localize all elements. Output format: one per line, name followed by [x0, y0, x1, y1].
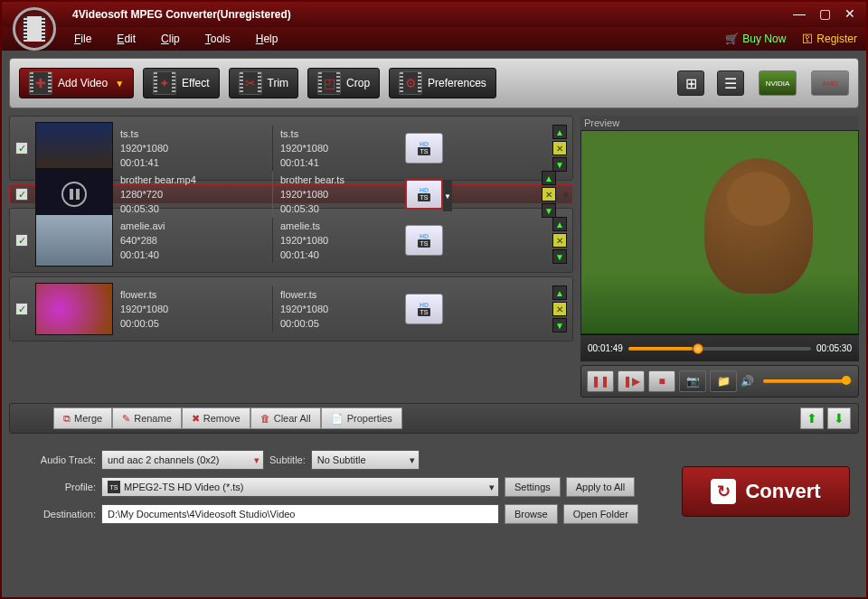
- row-down-button[interactable]: ▼: [552, 318, 567, 332]
- thumbnail-view-button[interactable]: ⊞: [677, 70, 704, 96]
- rename-button[interactable]: ✎Rename: [112, 407, 182, 429]
- row-checkbox[interactable]: ✓: [15, 188, 28, 201]
- minimize-button[interactable]: —: [790, 7, 808, 22]
- maximize-button[interactable]: ▢: [816, 7, 834, 22]
- key-icon: ⚿: [802, 33, 813, 45]
- row-remove-button[interactable]: ✕: [552, 233, 567, 248]
- buy-now-link[interactable]: 🛒Buy Now: [725, 33, 786, 45]
- format-badge[interactable]: HDTS: [405, 133, 443, 164]
- open-folder-button[interactable]: Open Folder: [563, 504, 638, 524]
- time-total: 00:05:30: [816, 343, 852, 353]
- file-name: brother bear.mp4: [120, 173, 265, 187]
- thumbnail: [35, 214, 113, 267]
- row-up-button[interactable]: ▲: [552, 125, 567, 139]
- destination-label: Destination:: [18, 509, 96, 519]
- clear-all-button[interactable]: 🗑Clear All: [250, 407, 321, 429]
- pause-button[interactable]: ❚❚: [587, 370, 614, 392]
- next-frame-button[interactable]: ❚▶: [618, 370, 645, 392]
- preferences-button[interactable]: ⚙ Preferences: [389, 68, 496, 98]
- row-down-button[interactable]: ▼: [552, 249, 567, 264]
- out-dur: 00:01:41: [280, 155, 398, 170]
- row-up-button[interactable]: ▲: [552, 285, 567, 300]
- row-down-button[interactable]: ▼: [552, 157, 567, 172]
- menu-tools[interactable]: Tools: [205, 33, 231, 45]
- merge-button[interactable]: ⧉Merge: [53, 407, 112, 429]
- file-row[interactable]: ✓ brother bear.mp4 1280*720 00:05:30 bro…: [9, 184, 573, 204]
- preview-video[interactable]: [580, 130, 859, 334]
- profile-select[interactable]: TSMPEG2-TS HD Video (*.ts): [101, 477, 499, 497]
- out-dur: 00:00:05: [280, 316, 398, 331]
- camera-icon: 📷: [686, 375, 700, 388]
- output-info: flower.ts 1920*1080 00:00:05: [280, 287, 398, 331]
- open-snapshot-folder-button[interactable]: 📁: [710, 370, 737, 392]
- progress-bar: 00:01:49 00:05:30: [580, 334, 859, 361]
- file-name: amelie.avi: [120, 219, 265, 233]
- stop-button[interactable]: ■: [648, 370, 675, 392]
- film-icon: ✂: [239, 71, 262, 95]
- out-name: flower.ts: [280, 287, 398, 302]
- apply-to-all-button[interactable]: Apply to All: [566, 477, 635, 497]
- format-badge[interactable]: HDTS: [405, 294, 443, 324]
- title-bar: 4Videosoft MPEG Converter(Unregistered) …: [2, 2, 866, 27]
- format-badge[interactable]: HDTS: [405, 225, 443, 256]
- file-dur: 00:01:41: [120, 155, 265, 170]
- out-name: ts.ts: [280, 126, 398, 141]
- register-link[interactable]: ⚿Register: [802, 33, 857, 45]
- row-remove-button[interactable]: ✕: [542, 187, 556, 201]
- row-remove-button[interactable]: ✕: [552, 141, 567, 155]
- row-up-button[interactable]: ▲: [552, 217, 567, 231]
- list-view-button[interactable]: ☰: [717, 70, 744, 96]
- bottom-panel: Audio Track: und aac 2 channels (0x2) Su…: [9, 441, 859, 533]
- app-window: 4Videosoft MPEG Converter(Unregistered) …: [0, 0, 868, 599]
- settings-button[interactable]: Settings: [505, 477, 561, 497]
- output-info: brother bear.ts 1920*1080 00:05:30: [280, 173, 398, 216]
- file-res: 1280*720: [120, 187, 265, 201]
- thumbnail: [35, 283, 113, 335]
- destination-field[interactable]: D:\My Documents\4Videosoft Studio\Video: [101, 504, 499, 524]
- convert-button[interactable]: ↻ Convert: [682, 466, 850, 517]
- file-name: ts.ts: [120, 126, 265, 141]
- subtitle-label: Subtitle:: [269, 454, 306, 465]
- properties-button[interactable]: 📄Properties: [321, 407, 402, 429]
- file-list: ✓ ts.ts 1920*1080 00:01:41 ts.ts 1920*10…: [9, 116, 573, 398]
- row-remove-button[interactable]: ✕: [552, 302, 567, 316]
- crop-button[interactable]: ◰ Crop: [307, 68, 380, 98]
- row-down-button[interactable]: ▼: [542, 203, 556, 218]
- menu-edit[interactable]: Edit: [117, 33, 136, 45]
- add-video-button[interactable]: ✚ Add Video ▼: [19, 68, 134, 98]
- browse-button[interactable]: Browse: [505, 504, 558, 524]
- volume-slider[interactable]: [763, 379, 853, 383]
- file-res: 640*288: [120, 233, 265, 248]
- move-down-button[interactable]: ⬇: [827, 407, 851, 429]
- row-checkbox[interactable]: ✓: [15, 234, 28, 247]
- close-button[interactable]: ✕: [841, 7, 859, 22]
- effect-button[interactable]: ✦ Effect: [143, 68, 219, 98]
- row-up-button[interactable]: ▲: [542, 171, 556, 185]
- snapshot-button[interactable]: 📷: [679, 370, 706, 392]
- move-up-button[interactable]: ⬆: [800, 407, 824, 429]
- row-checkbox[interactable]: ✓: [15, 303, 28, 315]
- audio-track-select[interactable]: und aac 2 channels (0x2): [101, 450, 264, 470]
- folder-icon: 📁: [717, 375, 731, 388]
- menu-clip[interactable]: Clip: [161, 33, 180, 45]
- time-current: 00:01:49: [588, 343, 623, 353]
- properties-icon: 📄: [331, 413, 344, 425]
- file-dur: 00:01:40: [120, 248, 265, 262]
- format-dropdown[interactable]: HDTS▼: [405, 179, 443, 210]
- out-res: 1920*1080: [280, 233, 398, 248]
- menu-file[interactable]: File: [74, 33, 91, 45]
- subtitle-select[interactable]: No Subtitle: [311, 450, 420, 470]
- menu-help[interactable]: Help: [256, 33, 278, 45]
- pencil-icon: ✎: [122, 413, 130, 425]
- row-checkbox[interactable]: ✓: [15, 142, 28, 154]
- ts-icon: TS: [108, 481, 120, 493]
- remove-button[interactable]: ✖Remove: [182, 407, 250, 429]
- merge-icon: ⧉: [63, 413, 71, 425]
- seek-slider[interactable]: [628, 347, 811, 351]
- audio-track-label: Audio Track:: [18, 454, 96, 465]
- file-row[interactable]: ✓ amelie.avi 640*288 00:01:40 amelie.ts …: [9, 208, 573, 273]
- grid-icon: ⊞: [685, 75, 697, 92]
- trim-button[interactable]: ✂ Trim: [229, 68, 299, 98]
- list-toolbar: ⧉Merge ✎Rename ✖Remove 🗑Clear All 📄Prope…: [9, 403, 859, 434]
- file-row[interactable]: ✓ flower.ts 1920*1080 00:00:05 flower.ts…: [9, 276, 573, 342]
